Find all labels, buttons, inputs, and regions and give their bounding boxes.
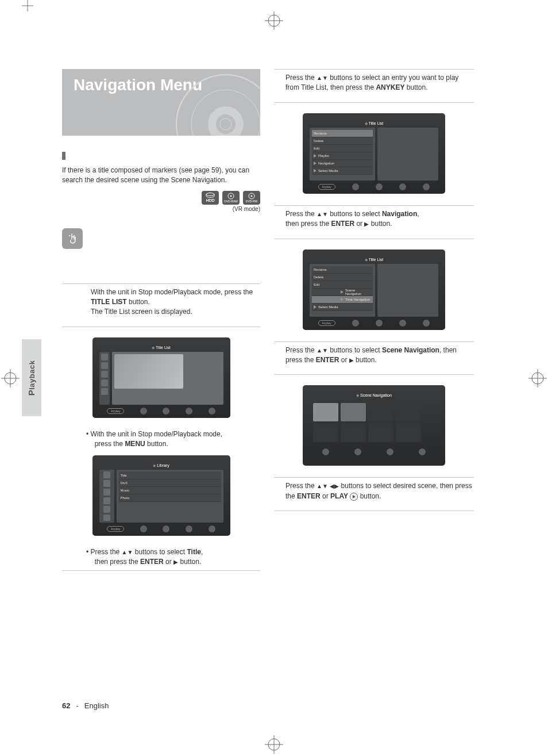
- music-icon: [103, 497, 110, 504]
- thumb: [368, 424, 393, 442]
- left-right-icon: [330, 482, 339, 490]
- screen-right-panel: [377, 264, 438, 317]
- anykey-pill: Anykey: [107, 526, 124, 532]
- screen-right-panel: [377, 128, 438, 181]
- play-circle-icon: [350, 493, 358, 501]
- thumb: [396, 403, 421, 421]
- dvd-ram-icon: DVD-RAM: [222, 191, 240, 205]
- intro-text: If there is a title composed of markers …: [62, 166, 260, 185]
- svg-point-8: [206, 193, 214, 196]
- s2c: ANYKEY: [376, 83, 404, 91]
- up-down-icon: [122, 548, 133, 556]
- photo-icon: [103, 506, 110, 513]
- s3h: button.: [371, 220, 392, 228]
- screen-footer: Anykey: [99, 525, 223, 532]
- step1-text-c: button.: [129, 298, 150, 306]
- mb-2a: Press the: [91, 548, 120, 556]
- title-icon: [103, 480, 110, 487]
- disc-icon: [174, 72, 260, 136]
- foot-exit-icon: [209, 408, 215, 415]
- s3d: ,: [417, 210, 419, 218]
- foot-select-icon: [163, 408, 169, 415]
- up-down-icon: [317, 210, 328, 218]
- mb-2f: ENTER: [140, 558, 164, 566]
- s3c: Navigation: [382, 210, 417, 218]
- s4f: or: [341, 356, 348, 364]
- screen-footer: Anykey: [99, 408, 223, 415]
- screen-sidebar: [99, 470, 114, 523]
- thumb: [341, 403, 366, 421]
- anykey-pill: Anykey: [107, 408, 124, 414]
- menu-line1b: press the: [95, 440, 123, 448]
- s2d: button.: [407, 83, 428, 91]
- dvd-ram-label: DVD-RAM: [224, 199, 237, 203]
- right-arrow-icon: [364, 220, 369, 228]
- s5d: or: [322, 492, 329, 500]
- s3b: buttons to select: [330, 210, 380, 218]
- page-number: 62: [62, 701, 70, 710]
- mb-2h: button.: [180, 558, 201, 566]
- s4a: Press the: [285, 346, 315, 354]
- screen-footer: Anykey: [310, 320, 438, 327]
- disc-glyph: [247, 193, 256, 199]
- divx-icon: [103, 489, 110, 496]
- chapter-banner: Navigation Menu: [62, 69, 260, 136]
- foot-return-icon: [186, 408, 192, 415]
- svg-point-12: [251, 195, 253, 197]
- menu-word: MENU: [125, 440, 145, 448]
- screen-anykey: ◆ Title List Rename Delete Edit Playlist…: [303, 113, 445, 194]
- screen-sidebar: [99, 352, 110, 405]
- screen-preview: [112, 352, 223, 405]
- hdd-icon: HDD: [202, 191, 219, 205]
- screen-footer: Anykey: [310, 183, 438, 190]
- screen-titlelist: ◆ Title List Anykey: [92, 337, 230, 418]
- s3f: ENTER: [331, 220, 354, 228]
- thumb: [368, 403, 393, 421]
- dvd-rw-icon: DVD-RW: [243, 191, 260, 205]
- s4e: ENTER: [316, 356, 339, 364]
- foot-move-icon: [140, 408, 147, 415]
- menu-line1a: With the unit in Stop mode/Playback mode…: [91, 430, 222, 438]
- lib-icon: [103, 471, 110, 478]
- screen-left-panel: Rename Delete Edit Playlist Navigation S…: [310, 128, 375, 181]
- anykey-pill: Anykey: [318, 184, 335, 190]
- setup-icon: [103, 515, 110, 521]
- thumbnail-grid: [310, 400, 438, 446]
- page-dash: -: [76, 701, 78, 710]
- hdd-label: HDD: [206, 198, 214, 202]
- screen-main: Title DivX Music Photo: [117, 470, 223, 523]
- s4g: button.: [356, 356, 377, 364]
- up-down-icon: [317, 482, 328, 490]
- page-footer: 62 - English: [62, 701, 109, 710]
- thumb: [396, 424, 421, 442]
- thumb: [313, 403, 338, 421]
- right-arrow-icon: [173, 558, 178, 566]
- s2a: Press the: [285, 74, 315, 82]
- step1-line2: The Title List screen is displayed.: [91, 308, 192, 316]
- screen-menu: ◆ Library Title DivX Music Photo: [92, 455, 230, 536]
- up-down-icon: [317, 74, 328, 82]
- screen-scene-nav: ◆ Scene Navigation: [303, 385, 445, 466]
- s5a: Press the: [285, 482, 315, 490]
- screen-header: Title List: [156, 346, 171, 350]
- touch-badge: [62, 228, 83, 249]
- svg-point-10: [230, 195, 232, 197]
- screen-header: Title List: [369, 121, 384, 125]
- screen-header: Title List: [369, 258, 384, 262]
- menu-line1d: button.: [147, 440, 168, 448]
- mb-2d: ,: [201, 548, 203, 556]
- right-arrow-icon: [349, 356, 354, 364]
- mb-2g: or: [165, 558, 172, 566]
- thumb: [341, 424, 366, 442]
- thumb: [313, 424, 338, 442]
- s4c: Scene Navigation: [382, 346, 439, 354]
- mb-2b: buttons to select: [135, 548, 185, 556]
- s4b: buttons to select: [330, 346, 380, 354]
- anykey-pill: Anykey: [318, 320, 335, 326]
- svg-point-4: [176, 75, 260, 136]
- s3g: or: [356, 220, 362, 228]
- play-word: PLAY: [330, 492, 348, 500]
- screen-nav: ◆ Title List Rename Delete Edit Scene Na…: [303, 250, 445, 330]
- s5c: ENTER: [297, 492, 321, 500]
- up-down-icon: [317, 346, 328, 354]
